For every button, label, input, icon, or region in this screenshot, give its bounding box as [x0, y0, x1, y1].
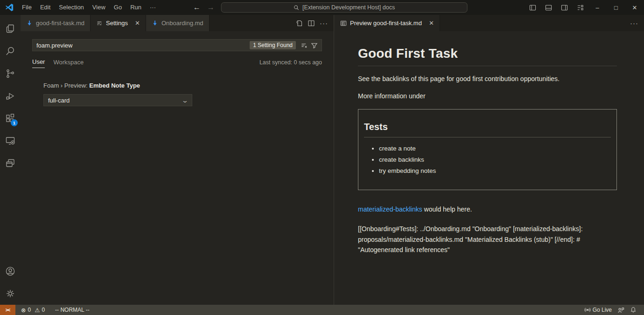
list-item: try embedding notes	[379, 167, 611, 174]
setting-category: Foam › Preview:	[43, 82, 89, 89]
nav-forward-icon: →	[207, 3, 215, 12]
more-actions-icon[interactable]: ···	[320, 19, 328, 27]
problems-indicator[interactable]: ⊗ 0 ⚠ 0	[18, 305, 48, 315]
setting-title: Foam › Preview: Embed Note Type	[43, 82, 322, 89]
titlebar: File Edit Selection View Go Run ··· ← → …	[0, 0, 644, 15]
split-editor-icon[interactable]	[308, 20, 315, 27]
clear-settings-search-icon[interactable]	[299, 40, 309, 50]
window-close-icon[interactable]: ✕	[625, 0, 644, 15]
command-center-search[interactable]: [Extension Development Host] docs	[221, 2, 468, 13]
run-debug-icon[interactable]	[0, 85, 21, 107]
search-view-icon[interactable]	[0, 40, 21, 62]
link-paragraph: materialized-backlinks would help here.	[358, 205, 617, 214]
select-value: full-card	[48, 97, 70, 104]
tab-settings[interactable]: Settings ✕	[91, 15, 146, 31]
tab-close-icon[interactable]: ✕	[429, 20, 434, 27]
settings-tune-icon	[96, 20, 103, 27]
menu-edit[interactable]: Edit	[36, 0, 55, 15]
menubar: File Edit Selection View Go Run ···	[18, 0, 160, 15]
tab-onboarding[interactable]: Onboarding.md	[146, 15, 210, 31]
source-control-icon[interactable]	[0, 62, 21, 85]
vim-mode-indicator[interactable]: -- NORMAL --	[52, 305, 92, 315]
menu-run[interactable]: Run	[126, 0, 146, 15]
markdown-down-icon	[152, 20, 158, 27]
feedback-icon	[617, 307, 624, 314]
setting-name: Embed Note Type	[89, 82, 140, 89]
toggle-panel-icon[interactable]	[540, 0, 556, 15]
settings-scope-tabs: User Workspace Last synced: 0 secs ago	[32, 57, 322, 68]
warning-icon: ⚠	[35, 307, 40, 314]
feedback-button[interactable]	[615, 305, 627, 315]
setting-embed-note-type: Foam › Preview: Embed Note Type full-car…	[32, 82, 322, 106]
remote-explorer-icon[interactable]	[0, 130, 21, 152]
customize-layout-icon[interactable]	[572, 0, 588, 15]
accounts-icon[interactable]	[0, 260, 21, 282]
open-settings-json-icon[interactable]	[295, 20, 303, 27]
scope-workspace[interactable]: Workspace	[53, 59, 84, 68]
go-live-button[interactable]: Go Live	[581, 305, 615, 315]
tab-label: good-first-task.md	[36, 20, 84, 27]
nav-back-icon[interactable]: ←	[193, 3, 201, 12]
last-synced-label: Last synced: 0 secs ago	[259, 59, 322, 68]
link-suffix-text: would help here.	[422, 205, 472, 213]
preview-paragraph: See the backlinks of this page for good …	[358, 74, 617, 83]
error-count: 0	[28, 307, 31, 313]
manage-gear-icon[interactable]	[0, 282, 21, 305]
embedded-note-card: Tests create a note create backlinks try…	[358, 109, 617, 190]
embed-note-type-select[interactable]: full-card ⌄	[43, 94, 192, 106]
list-item: create a note	[379, 145, 611, 152]
filter-settings-icon[interactable]	[309, 40, 319, 50]
tab-label: Onboarding.md	[161, 20, 203, 27]
windows-view-icon[interactable]	[0, 152, 21, 174]
markdown-preview: Good First Task See the backlinks of thi…	[335, 31, 644, 255]
broadcast-icon	[584, 307, 591, 313]
settings-search-input[interactable]	[36, 42, 250, 49]
extensions-icon[interactable]: 1	[0, 107, 21, 130]
tab-preview-good-first-task[interactable]: Preview good-first-task.md ✕	[335, 15, 440, 31]
preview-title: Good First Task	[358, 46, 617, 66]
materialized-backlinks-link[interactable]: materialized-backlinks	[358, 205, 422, 213]
error-icon: ⊗	[21, 307, 26, 314]
link-references-paragraph: [[Onboarding#Tests]: ../Onboarding.md "O…	[358, 224, 617, 255]
editor-group-left: good-first-task.md Settings ✕ Onboarding…	[21, 15, 334, 305]
embed-bullet-list: create a note create backlinks try embed…	[364, 145, 611, 174]
more-actions-icon[interactable]: ···	[630, 19, 638, 27]
command-center-text: [Extension Development Host] docs	[302, 4, 395, 11]
editor-group-right: Preview good-first-task.md ✕ ··· Good Fi…	[335, 15, 644, 305]
tabstrip-left: good-first-task.md Settings ✕ Onboarding…	[21, 15, 334, 31]
tab-good-first-task[interactable]: good-first-task.md	[21, 15, 91, 31]
tab-label: Settings	[106, 20, 128, 27]
toggle-secondary-sidebar-icon[interactable]	[556, 0, 572, 15]
preview-paragraph: More information under	[358, 91, 617, 101]
window-maximize-icon[interactable]: □	[607, 0, 625, 15]
tab-close-icon[interactable]: ✕	[135, 20, 140, 27]
window-minimize-icon[interactable]: –	[588, 0, 607, 15]
settings-count-badge: 1 Setting Found	[250, 41, 296, 49]
embed-title: Tests	[364, 122, 611, 137]
explorer-icon[interactable]	[0, 18, 21, 40]
remote-indicator[interactable]: ><	[0, 305, 15, 315]
chevron-down-icon: ⌄	[182, 97, 189, 104]
menu-go[interactable]: Go	[110, 0, 126, 15]
menu-file[interactable]: File	[18, 0, 36, 15]
toggle-primary-sidebar-icon[interactable]	[525, 0, 540, 15]
menu-overflow[interactable]: ···	[146, 0, 160, 15]
vscode-logo-icon	[5, 3, 14, 12]
tabstrip-right: Preview good-first-task.md ✕ ···	[335, 15, 644, 31]
tab-label: Preview good-first-task.md	[350, 20, 422, 27]
settings-search-box: 1 Setting Found	[32, 39, 322, 51]
go-live-label: Go Live	[593, 307, 612, 313]
search-icon	[294, 5, 300, 11]
notifications-bell-icon[interactable]	[627, 305, 639, 315]
warning-count: 0	[42, 307, 45, 313]
preview-icon	[340, 20, 347, 27]
markdown-down-icon	[26, 20, 33, 27]
status-bar: >< ⊗ 0 ⚠ 0 -- NORMAL -- Go Live	[0, 305, 644, 315]
menu-view[interactable]: View	[88, 0, 110, 15]
activity-bar: 1	[0, 15, 21, 305]
extensions-badge: 1	[11, 119, 18, 126]
settings-editor: 1 Setting Found User Workspace Last sync…	[21, 31, 334, 106]
list-item: create backlinks	[379, 156, 611, 163]
scope-user[interactable]: User	[32, 58, 45, 68]
menu-selection[interactable]: Selection	[55, 0, 88, 15]
